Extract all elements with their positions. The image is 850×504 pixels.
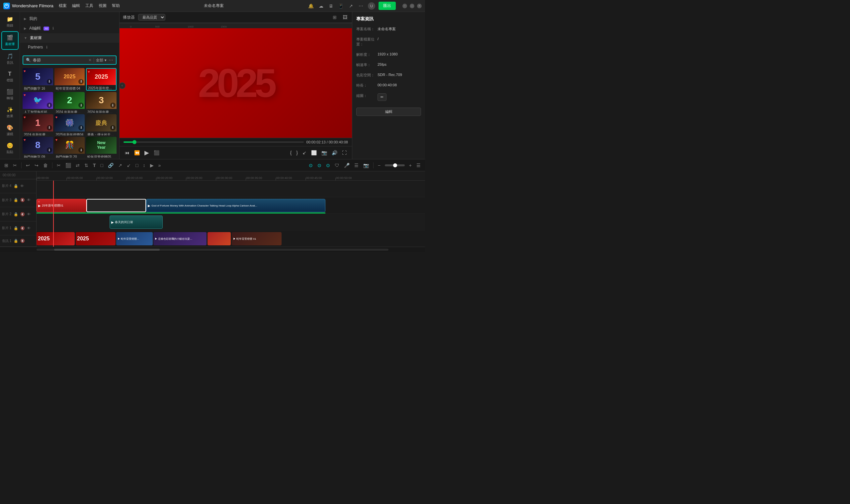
tb-zoom-slider[interactable] (385, 164, 405, 166)
nav-item-my[interactable]: ▶ 我的 (20, 14, 119, 23)
menu-tools[interactable]: 工具 (85, 3, 93, 8)
track-v4[interactable] (37, 181, 425, 197)
search-filter[interactable]: 全部 ▾ (94, 58, 107, 63)
clip-v1-6[interactable]: ▶ 蛇年背景燈體 01 (232, 232, 282, 245)
panel-collapse-button[interactable]: ‹ (119, 82, 126, 89)
dl-icon-11[interactable]: ⬇ (78, 147, 84, 153)
fullscreen-button[interactable]: ⛶ (341, 149, 348, 156)
search-clear-icon[interactable]: ✕ (88, 58, 92, 62)
dl-icon-2[interactable]: ⬇ (78, 79, 84, 84)
tb-rect[interactable]: □ (99, 162, 105, 169)
media-item-10[interactable]: 8 ♥ ⬇ 熱門倒數字 09 (22, 137, 53, 158)
track-eye-v2[interactable]: 👁 (26, 212, 31, 217)
dl-icon-7[interactable]: ⬇ (47, 125, 52, 130)
toolbar-item-filters[interactable]: 🎨 濾鏡 (1, 122, 19, 139)
monitor-icon[interactable]: 🖥 (328, 3, 334, 9)
play-button[interactable]: ▶ (143, 148, 150, 157)
track-lock-v4[interactable]: 🔒 (13, 184, 19, 188)
toolbar-item-stickers[interactable]: 😊 貼貼 (1, 140, 19, 157)
tb-speed[interactable]: ⇅ (83, 162, 90, 169)
track-mute-v2[interactable]: 🔇 (20, 212, 25, 217)
track-v3[interactable]: ✕ ▶ 25年新年燈體01 ▶ God of Fortune Money Wit… (37, 197, 425, 214)
track-lock-v1[interactable]: 🔒 (13, 226, 19, 231)
media-item-12[interactable]: NewYear 蛇年背景燈體05 (86, 137, 116, 158)
tb-crop[interactable]: ⬛ (64, 162, 73, 169)
clip-v1-3[interactable]: ▶ 蛇年背景燈體... (116, 232, 153, 245)
tb-mic[interactable]: 🎤 (342, 162, 351, 169)
clip-cny01[interactable]: ✕ ▶ 25年新年燈體01 (37, 199, 86, 212)
track-mute-v3[interactable]: 🔇 (20, 198, 25, 202)
media-item-8[interactable]: 🎆 ♥ ⬇ 2025年新年燈體04 (54, 114, 85, 136)
dl-icon-10[interactable]: ⬇ (47, 147, 52, 153)
toolbar-item-effects[interactable]: ✨ 效果 (1, 104, 19, 121)
prev-frame-button[interactable]: ⏮ (124, 149, 131, 156)
tb-cut[interactable]: ✂ (55, 162, 62, 169)
dl-icon-6[interactable]: ⬇ (110, 103, 115, 108)
media-item-5[interactable]: 2 ⬇ 2024 年新年慶祝活動... (54, 92, 85, 113)
tb-list[interactable]: ☰ (352, 162, 360, 169)
notification-icon[interactable]: 🔔 (308, 3, 314, 9)
tb-select-tool[interactable]: ⊞ (3, 162, 10, 169)
nav-item-partners[interactable]: Partners ℹ (20, 43, 119, 52)
layout-button[interactable]: ⬜ (310, 149, 318, 156)
dl-icon-4[interactable]: ⬇ (47, 103, 52, 108)
tb-text[interactable]: T (91, 162, 97, 169)
snapshot-button[interactable]: 📷 (320, 149, 328, 156)
tb-more-2[interactable]: ▶ (148, 162, 156, 169)
media-item-1[interactable]: 5 ♥ ⬇ 熱門倒數字 16 (22, 68, 53, 91)
dl-icon-9[interactable]: ⬇ (110, 125, 115, 130)
menu-edit[interactable]: 編輯 (72, 3, 80, 8)
preview-image-icon[interactable]: 🖼 (341, 14, 349, 21)
stop-button[interactable]: ⬛ (152, 149, 161, 156)
tb-expand[interactable]: » (157, 162, 163, 169)
timeline-scrollbar[interactable] (0, 247, 425, 252)
media-item-9[interactable]: 慶典 ⬇ 慶典・煙火的天際線... (86, 114, 116, 136)
media-item-7[interactable]: 1 ♥ ⬇ 2024 年新年慶祝活動... (22, 114, 53, 136)
progress-thumb[interactable] (132, 140, 137, 144)
tb-ai-cut[interactable]: ⊙ (316, 162, 323, 169)
step-back-button[interactable]: ⏪ (133, 149, 141, 156)
search-input[interactable] (33, 58, 86, 62)
tb-delete[interactable]: 🗑 (41, 162, 50, 169)
tb-options[interactable]: ☰ (415, 162, 422, 169)
tb-keyframe[interactable]: ↕ (142, 162, 147, 169)
avatar-icon[interactable]: U (368, 2, 375, 10)
toolbar-item-titles[interactable]: T 標題 (1, 68, 19, 85)
cloud-icon[interactable]: ☁ (318, 3, 324, 9)
tb-razor-tool[interactable]: ✂ (11, 162, 19, 169)
track-eye-v4[interactable]: 👁 (20, 184, 24, 188)
track-v2[interactable]: ▶ 春天的河口湖 (37, 214, 425, 230)
track-lock-a1[interactable]: 🔒 (13, 238, 19, 244)
maximize-button[interactable]: □ (410, 4, 414, 8)
tb-extract[interactable]: ↙ (125, 162, 132, 169)
tb-camera[interactable]: 📷 (362, 162, 370, 169)
toolbar-item-media[interactable]: 📁 燒錄 (1, 13, 19, 31)
preview-grid-icon[interactable]: ⊞ (331, 14, 338, 21)
menu-view[interactable]: 視圖 (98, 3, 107, 8)
clip-empty-selection[interactable] (86, 199, 146, 212)
track-eye-v1[interactable]: 👁 (26, 226, 31, 231)
menu-help[interactable]: 幫助 (112, 3, 120, 8)
search-more-icon[interactable]: ⋯ (109, 57, 113, 63)
media-item-3[interactable]: 2025 ♥ 2025年新年燈體01 (86, 68, 116, 91)
track-v1[interactable]: 2025 2025 ▶ 蛇年背景燈體... ▶ 這條色彩斑斕的小貓在玩耍... (37, 230, 425, 247)
dl-icon-1[interactable]: ⬇ (47, 79, 52, 84)
toolbar-item-audio[interactable]: 🎵 音訊 (1, 51, 19, 68)
clip-v1-5[interactable] (207, 232, 231, 245)
clip-spring[interactable]: ▶ 春天的河口湖 (110, 215, 163, 229)
thumbnail-edit-button[interactable]: ✏ (378, 93, 386, 101)
track-mute-v1[interactable]: 🔇 (20, 226, 25, 231)
dots-icon[interactable]: ⋯ (358, 3, 364, 9)
share-icon[interactable]: ↗ (348, 3, 354, 9)
minimize-button[interactable]: − (402, 4, 407, 8)
track-lock-v2[interactable]: 🔒 (13, 212, 19, 217)
tb-link[interactable]: 🔗 (106, 162, 115, 169)
tb-motion[interactable]: ⊙ (324, 162, 332, 169)
nav-item-stock[interactable]: ▼ 素材庫 (20, 33, 119, 43)
toolbar-item-templates[interactable]: 🖼 模板 (1, 158, 19, 159)
menu-file[interactable]: 檔案 (59, 3, 67, 8)
quality-select[interactable]: 最高品質 高品質 標準品質 (138, 14, 165, 21)
tb-shield[interactable]: 🛡 (333, 162, 341, 169)
mark-in-button[interactable]: { (289, 149, 293, 156)
track-eye-v3[interactable]: 👁 (26, 198, 31, 202)
